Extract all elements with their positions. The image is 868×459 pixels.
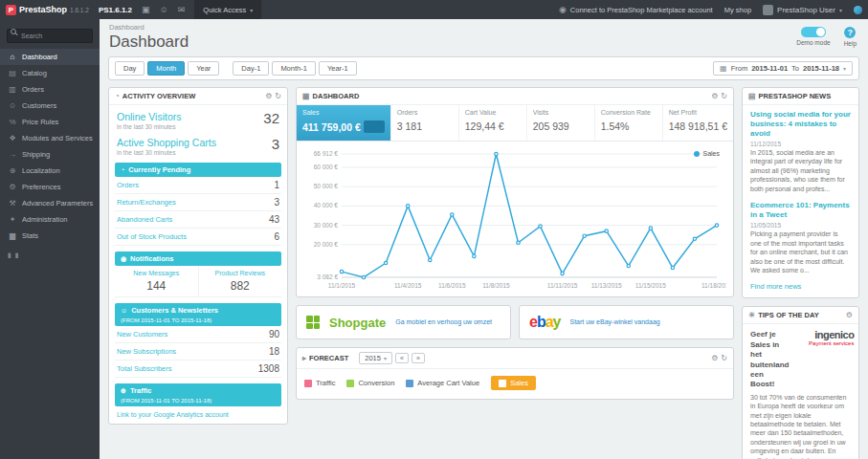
sidebar-item-modules[interactable]: ❖Modules and Services [0, 130, 100, 146]
new-messages-link[interactable]: New Messages [115, 270, 198, 276]
article-date: 11/05/2015 [750, 222, 851, 229]
kpi-orders[interactable]: Orders 3 181 [391, 105, 459, 141]
toggle-switch[interactable] [801, 27, 826, 37]
product-reviews-link[interactable]: Product Reviews [199, 270, 282, 276]
gear-icon[interactable]: ⚙ [846, 311, 853, 319]
abandoned-carts-link[interactable]: Abandoned Carts [117, 215, 172, 224]
stats-icon: ▆ [8, 231, 17, 240]
demo-mode-toggle[interactable]: Demo mode [796, 27, 830, 47]
orders-link[interactable]: Orders [117, 181, 139, 189]
sidebar-item-shipping[interactable]: →Shipping [0, 146, 100, 163]
range-year-button[interactable]: Year [188, 61, 219, 76]
quick-access-button[interactable]: Quick Access ▾ [194, 0, 261, 19]
sidebar-item-preferences[interactable]: ⚙Preferences [0, 179, 100, 195]
refresh-icon[interactable]: ↻ [721, 92, 727, 100]
forecast-traffic-checkbox[interactable]: Traffic [304, 379, 335, 387]
tips-panel-title: TIPS OF THE DAY [758, 311, 818, 319]
google-analytics-link[interactable]: Link to your Google Analytics account [109, 406, 287, 424]
to-date: 2015-11-18 [803, 64, 839, 73]
sidebar-collapse-icon[interactable]: ▮ ▮ [8, 251, 100, 259]
find-more-news-link[interactable]: Find more news [743, 277, 858, 297]
pending-row-abandoned-carts: Abandoned Carts43 [115, 211, 281, 229]
forecast-conversion-checkbox[interactable]: Conversion [346, 379, 394, 387]
sales-trend-badge [364, 120, 385, 133]
sidebar-item-stats[interactable]: ▆Stats [0, 228, 100, 244]
svg-text:11/4/2015: 11/4/2015 [394, 282, 422, 289]
notification-ball-icon[interactable] [854, 6, 862, 14]
online-visitors-link[interactable]: Online Visitors [117, 111, 182, 122]
refresh-icon[interactable]: ↻ [721, 354, 727, 362]
sidebar-item-advanced-parameters[interactable]: ⚒Advanced Parameters [0, 195, 100, 211]
range-day-1-button[interactable]: Day-1 [233, 61, 269, 76]
user-menu[interactable]: PrestaShop User ▾ [763, 5, 842, 15]
sales-legend-dot [694, 151, 700, 157]
kpi-label: Net Profit [669, 109, 727, 116]
ebay-logo: ebay [529, 314, 561, 331]
range-month-button[interactable]: Month [147, 61, 185, 76]
avatar [763, 5, 773, 15]
next-year-button[interactable]: » [412, 353, 425, 363]
article-title-link[interactable]: Ecommerce 101: Payments in a Tweet [750, 201, 851, 220]
ingenico-logo: ingenico Payment services [794, 330, 854, 389]
year-select[interactable]: 2015 ▾ [359, 352, 392, 364]
kpi-row: Sales 411 759,00 € Orders 3 181 Cart Val… [297, 105, 733, 142]
catalog-icon: ▤ [8, 69, 17, 77]
topbar-right: ◉ Connect to PrestaShop Marketplace acco… [559, 5, 862, 15]
total-subscribers-link[interactable]: Total Subscribers [117, 364, 172, 373]
kpi-visits[interactable]: Visits 205 939 [527, 105, 595, 141]
prev-year-button[interactable]: « [395, 353, 409, 363]
gear-icon[interactable]: ⚙ [711, 92, 718, 100]
new-subscriptions-link[interactable]: New Subscriptions [117, 347, 176, 356]
sidebar-item-catalog[interactable]: ▤Catalog [0, 65, 100, 81]
range-day-button[interactable]: Day [115, 61, 145, 76]
help-button[interactable]: ? Help [844, 27, 857, 47]
range-month-1-button[interactable]: Month-1 [272, 61, 316, 76]
customers-icon[interactable]: ☺ [160, 5, 168, 14]
sidebar-item-localization[interactable]: ⊕Localization [0, 163, 100, 179]
sidebar-item-administration[interactable]: ✦Administration [0, 211, 100, 228]
sidebar-item-dashboard[interactable]: ⌂Dashboard [0, 49, 100, 65]
messages-icon[interactable]: ✉ [178, 5, 186, 14]
page-title: Dashboard [109, 33, 858, 52]
gear-icon[interactable]: ⚙ [265, 92, 272, 100]
marketplace-connect-link[interactable]: ◉ Connect to PrestaShop Marketplace acco… [559, 5, 713, 14]
article-title-link[interactable]: Using social media for your business: 4 … [750, 110, 851, 139]
news-icon: ▤ [748, 92, 756, 100]
help-label: Help [844, 40, 857, 47]
new-customers-link[interactable]: New Customers [117, 330, 167, 339]
new-subscriptions-row: New Subscriptions18 [115, 343, 281, 361]
search-input[interactable] [7, 29, 93, 43]
kpi-sales[interactable]: Sales 411 759,00 € [297, 105, 391, 141]
range-year-1-button[interactable]: Year-1 [319, 61, 357, 76]
tips-icon: ☀ [748, 311, 755, 319]
forecast-icon: ▸ [302, 354, 306, 362]
forecast-cart-value-checkbox[interactable]: Average Cart Value [406, 379, 479, 387]
ebay-promo-link[interactable]: Start uw eBay-winkel vandaag [570, 317, 660, 326]
sidebar-item-customers[interactable]: ☺Customers [0, 98, 100, 114]
date-range-toolbar: Day Month Year Day-1 Month-1 Year-1 ▦ Fr… [108, 56, 859, 80]
refresh-icon[interactable]: ↻ [275, 92, 281, 100]
active-carts-link[interactable]: Active Shopping Carts [117, 137, 216, 148]
kpi-label: Sales [302, 109, 385, 116]
svg-text:20 000 €: 20 000 € [314, 241, 339, 248]
forecast-sales-checkbox[interactable]: Sales [491, 376, 536, 390]
tips-body-text: 30 tot 70% van de consumenten in Europa … [743, 393, 858, 459]
sidebar-item-label: Advanced Parameters [22, 199, 93, 208]
header-tools: Demo mode ? Help [796, 27, 857, 47]
sidebar-item-label: Preferences [22, 183, 60, 191]
shopgate-promo-link[interactable]: Ga mobiel en verhoog uw omzet [395, 317, 492, 326]
kpi-net-profit[interactable]: Net Profit 148 918,51 € [663, 105, 733, 141]
kpi-cart-value[interactable]: Cart Value 129,44 € [459, 105, 527, 141]
svg-text:11/11/2015: 11/11/2015 [547, 282, 578, 289]
sidebar-item-orders[interactable]: ▥Orders [0, 81, 100, 98]
sidebar-item-price-rules[interactable]: %Price Rules [0, 114, 100, 130]
gear-icon[interactable]: ⚙ [711, 354, 718, 362]
orders-cart-icon[interactable]: ▣ [142, 5, 150, 14]
out-of-stock-link[interactable]: Out of Stock Products [117, 232, 187, 241]
my-shop-link[interactable]: My shop [724, 6, 751, 14]
returns-link[interactable]: Return/Exchanges [117, 198, 176, 207]
section-title: Customers & Newsletters [131, 306, 218, 315]
kpi-conversion-rate[interactable]: Conversion Rate 1.54% [595, 105, 663, 141]
sidebar-item-label: Localization [22, 166, 60, 175]
date-range-picker[interactable]: ▦ From 2015-11-01 To 2015-11-18 ▾ [713, 61, 853, 76]
